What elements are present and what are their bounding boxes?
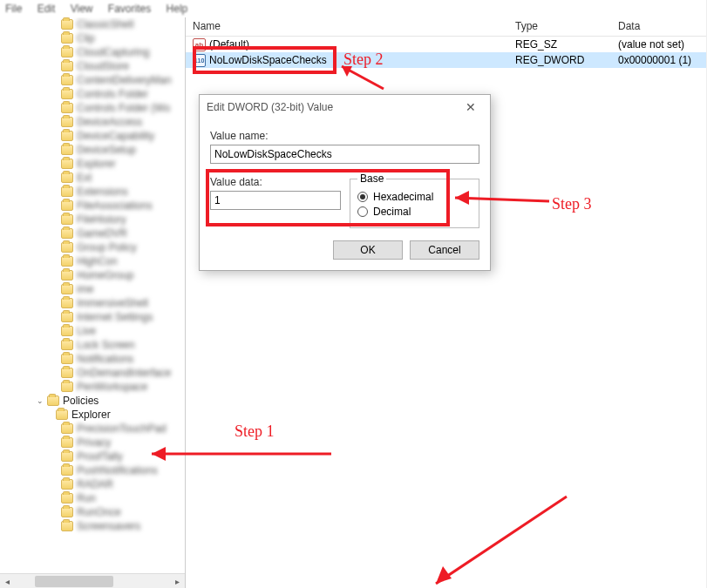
list-row-selected[interactable]: 110NoLowDiskSpaceChecks REG_DWORD 0x0000… bbox=[186, 52, 706, 68]
radio-decimal[interactable]: Decimal bbox=[357, 206, 472, 218]
folder-icon bbox=[61, 103, 73, 113]
tree-item[interactable]: Controls Folder bbox=[77, 88, 148, 100]
dialog-titlebar[interactable]: Edit DWORD (32-bit) Value ✕ bbox=[200, 95, 490, 119]
tree-item[interactable]: OnDemandInterface bbox=[77, 367, 171, 379]
value-data: (value not set) bbox=[611, 38, 706, 51]
tree-item[interactable]: ImmersiveShell bbox=[77, 297, 148, 309]
base-legend: Base bbox=[357, 172, 386, 185]
folder-icon bbox=[61, 200, 73, 211]
value-name: NoLowDiskSpaceChecks bbox=[209, 54, 327, 66]
tree-item[interactable]: CloudCapturing bbox=[77, 46, 149, 58]
tree-item[interactable]: Lock Screen bbox=[77, 339, 135, 351]
tree-item[interactable]: Live bbox=[77, 325, 96, 337]
value-data-label: Value data: bbox=[210, 176, 341, 188]
tree-item[interactable]: DeviceAccess bbox=[77, 116, 142, 128]
base-fieldset: Base Hexadecimal Decimal bbox=[350, 172, 479, 228]
menu-file[interactable]: File bbox=[5, 3, 22, 15]
tree-item[interactable]: GameDVR bbox=[77, 227, 127, 240]
folder-icon bbox=[61, 19, 73, 30]
ok-button[interactable]: OK bbox=[333, 240, 403, 260]
tree-label: Policies bbox=[63, 395, 99, 407]
list-header[interactable]: Name Type Data bbox=[186, 17, 706, 37]
folder-icon bbox=[61, 284, 73, 294]
folder-icon bbox=[61, 465, 73, 476]
menu-edit[interactable]: Edit bbox=[37, 3, 56, 15]
string-value-icon: ab bbox=[193, 38, 206, 51]
radio-icon bbox=[357, 192, 368, 202]
tree-pane[interactable]: // no-op placeholder; blurred rows are s… bbox=[0, 17, 186, 588]
tree-item[interactable]: HighCon bbox=[77, 255, 118, 267]
folder-icon bbox=[61, 89, 73, 99]
column-header-name[interactable]: Name bbox=[186, 17, 508, 36]
tree-item[interactable]: PenWorkspace bbox=[77, 381, 147, 393]
tree-item[interactable]: Screensavers bbox=[77, 520, 140, 532]
value-type: REG_SZ bbox=[508, 38, 611, 51]
folder-icon bbox=[61, 354, 73, 364]
value-name-input[interactable] bbox=[210, 145, 479, 164]
tree-item[interactable]: Notifications bbox=[77, 353, 133, 365]
folder-icon bbox=[56, 409, 68, 420]
tree-item[interactable]: ProofTally bbox=[77, 450, 123, 463]
folder-icon bbox=[61, 493, 73, 504]
close-icon[interactable]: ✕ bbox=[459, 100, 483, 114]
expander-icon[interactable]: ⌄ bbox=[35, 395, 45, 406]
value-name-label: Value name: bbox=[210, 130, 479, 142]
tree-item[interactable]: HomeGroup bbox=[77, 269, 133, 281]
edit-dword-dialog: Edit DWORD (32-bit) Value ✕ Value name: … bbox=[199, 94, 491, 271]
value-data-input[interactable] bbox=[210, 191, 341, 210]
column-header-type[interactable]: Type bbox=[508, 17, 611, 36]
folder-icon bbox=[61, 33, 73, 44]
scroll-thumb[interactable] bbox=[35, 576, 113, 587]
tree-item[interactable]: RunOnce bbox=[77, 506, 121, 518]
tree-item[interactable]: ContentDeliveryMan bbox=[77, 74, 172, 86]
tree-item[interactable]: Controls Folder (Wo bbox=[77, 102, 170, 114]
radio-label: Hexadecimal bbox=[373, 191, 433, 203]
scroll-left-icon[interactable]: ◂ bbox=[0, 574, 15, 588]
folder-icon bbox=[61, 326, 73, 336]
menu-bar[interactable]: File Edit View Favorites Help bbox=[0, 0, 706, 17]
radio-hexadecimal[interactable]: Hexadecimal bbox=[357, 191, 472, 203]
folder-icon bbox=[61, 451, 73, 462]
tree-item[interactable]: RADAR bbox=[77, 478, 113, 490]
tree-item[interactable]: Run bbox=[77, 492, 96, 504]
value-type: REG_DWORD bbox=[508, 54, 611, 66]
folder-icon bbox=[61, 242, 73, 253]
menu-view[interactable]: View bbox=[71, 3, 93, 15]
folder-icon bbox=[61, 270, 73, 280]
tree-item-explorer[interactable]: Explorer bbox=[0, 408, 185, 422]
tree-item[interactable]: Privacy bbox=[77, 436, 111, 449]
horizontal-scrollbar[interactable]: ◂ ▸ bbox=[0, 573, 185, 588]
tree-item[interactable]: DeviceCapability bbox=[77, 130, 154, 142]
folder-icon bbox=[61, 521, 73, 531]
tree-item[interactable]: ime bbox=[77, 283, 93, 295]
tree-item-policies[interactable]: ⌄ Policies bbox=[0, 394, 185, 408]
folder-icon bbox=[61, 340, 73, 350]
tree-item[interactable]: Explorer bbox=[77, 158, 116, 170]
tree-item[interactable]: Ext bbox=[77, 172, 92, 184]
folder-icon bbox=[61, 298, 73, 308]
folder-icon bbox=[61, 479, 73, 490]
tree-item[interactable]: FileHistory bbox=[77, 213, 126, 226]
tree-item[interactable]: DeviceSetup bbox=[77, 144, 136, 156]
regedit-window: File Edit View Favorites Help // no-op p… bbox=[0, 0, 707, 588]
folder-icon bbox=[61, 382, 73, 392]
folder-icon bbox=[61, 47, 73, 57]
scroll-right-icon[interactable]: ▸ bbox=[170, 574, 185, 588]
tree-item[interactable]: PrecisionTouchPad bbox=[77, 422, 167, 435]
tree-item[interactable]: PushNotifications bbox=[77, 464, 158, 476]
folder-icon bbox=[61, 256, 73, 267]
column-header-data[interactable]: Data bbox=[611, 17, 706, 36]
tree-item[interactable]: ClassicShell bbox=[77, 18, 133, 30]
folder-icon bbox=[61, 172, 73, 183]
menu-favorites[interactable]: Favorites bbox=[108, 3, 151, 15]
tree-item[interactable]: FileAssociations bbox=[77, 199, 153, 212]
tree-item[interactable]: Extensions bbox=[77, 186, 128, 198]
tree-item[interactable]: Group Policy bbox=[77, 241, 137, 253]
menu-help[interactable]: Help bbox=[167, 3, 188, 15]
list-row[interactable]: ab(Default) REG_SZ (value not set) bbox=[186, 37, 706, 52]
value-name: (Default) bbox=[209, 38, 249, 51]
tree-item[interactable]: Internet Settings bbox=[77, 311, 153, 323]
cancel-button[interactable]: Cancel bbox=[410, 240, 479, 260]
tree-item[interactable]: CloudStore bbox=[77, 60, 129, 72]
tree-item[interactable]: Clip bbox=[77, 32, 95, 44]
